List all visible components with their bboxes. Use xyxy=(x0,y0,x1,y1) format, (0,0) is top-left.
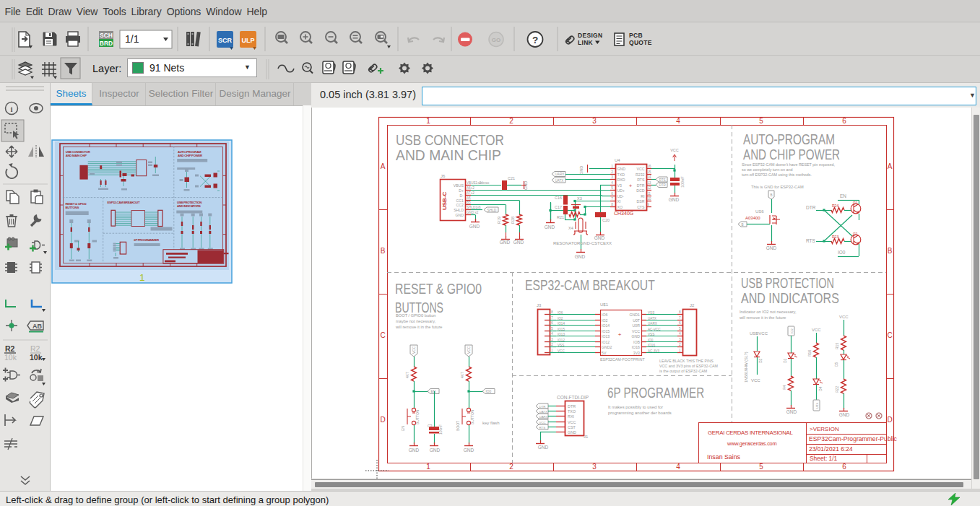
svg-text:B: B xyxy=(381,247,386,255)
svg-text:R2: R2 xyxy=(30,344,40,353)
svg-text:UTX: UTX xyxy=(815,402,819,409)
svg-text:J1: J1 xyxy=(584,435,589,439)
svg-text:U$1: U$1 xyxy=(600,302,609,307)
svg-text:IO0: IO0 xyxy=(486,390,492,393)
svg-text:Since ESP32-CAM doesn't have R: Since ESP32-CAM doesn't have RESET pin e… xyxy=(742,162,835,167)
svg-text:1: 1 xyxy=(611,165,613,168)
svg-text:AC-VCC: AC-VCC xyxy=(648,328,661,331)
svg-text:ESP32CAM-FOOTPRINT: ESP32CAM-FOOTPRINT xyxy=(600,357,645,362)
svg-text:6: 6 xyxy=(611,192,613,196)
svg-text:is the output of ESP32-CAM: is the output of ESP32-CAM xyxy=(659,369,707,373)
svg-text:VCC: VCC xyxy=(539,421,546,424)
svg-text:J2: J2 xyxy=(690,303,695,307)
svg-text:UARX: UARX xyxy=(648,322,657,326)
svg-text:10: 10 xyxy=(647,197,651,201)
svg-text:GERAI CERDAS INTERNASIONAL: GERAI CERDAS INTERNASIONAL xyxy=(708,429,794,436)
svg-text:ESP32Cam-Programmer-Public: ESP32Cam-Programmer-Public xyxy=(809,435,897,442)
svg-text:AND MAIN CHIP: AND MAIN CHIP xyxy=(396,147,501,162)
svg-text:GND: GND xyxy=(594,235,605,240)
svg-text:+: + xyxy=(618,331,622,338)
svg-text:GND: GND xyxy=(538,445,549,450)
svg-text:4: 4 xyxy=(676,117,680,125)
svg-text:J6: J6 xyxy=(441,174,446,178)
svg-text:RTS: RTS xyxy=(659,178,666,182)
svg-text:D: D xyxy=(887,416,892,424)
svg-text:will remove it in the future: will remove it in the future xyxy=(395,325,442,329)
svg-text:AND MAIN CHIP: AND MAIN CHIP xyxy=(66,154,87,157)
svg-text:USB PROTECTION: USB PROTECTION xyxy=(741,275,834,292)
svg-text:AND INDICATORS: AND INDICATORS xyxy=(177,204,201,208)
svg-text:DSR: DSR xyxy=(637,199,645,204)
svg-text:C16: C16 xyxy=(555,196,562,200)
svg-text:VCC: VCC xyxy=(839,315,849,319)
svg-text:3: 3 xyxy=(611,175,613,179)
svg-text:AC-3V3: AC-3V3 xyxy=(648,349,660,353)
svg-text:R2: R2 xyxy=(5,344,15,353)
svg-text:R232: R232 xyxy=(636,173,645,177)
svg-text:C21: C21 xyxy=(508,176,515,180)
svg-text:VCC: VCC xyxy=(637,167,645,171)
svg-text:>VERSION: >VERSION xyxy=(810,426,839,432)
svg-text:IO0: IO0 xyxy=(838,250,846,255)
svg-text:IO2: IO2 xyxy=(790,328,794,333)
svg-text:Q1: Q1 xyxy=(853,201,858,205)
svg-text:6: 6 xyxy=(551,321,553,325)
svg-text:3V3: 3V3 xyxy=(633,351,640,355)
svg-text:A03400: A03400 xyxy=(745,216,760,220)
svg-text:US6: US6 xyxy=(755,209,764,214)
svg-text:i: i xyxy=(10,105,12,113)
svg-text:LEAVE BLACK THIS THE PINS: LEAVE BLACK THIS THE PINS xyxy=(659,359,714,363)
svg-text:100nF: 100nF xyxy=(438,424,443,435)
svg-text:D2: D2 xyxy=(758,358,763,363)
svg-text:key flash: key flash xyxy=(482,421,500,425)
svg-text:4K7: 4K7 xyxy=(460,372,464,378)
svg-text:GND: GND xyxy=(464,448,474,453)
svg-text:R15: R15 xyxy=(835,343,839,349)
svg-text:AUTO-PROGRAM: AUTO-PROGRAM xyxy=(743,131,835,147)
svg-text:GND1: GND1 xyxy=(630,313,641,317)
svg-text:RXI: RXI xyxy=(568,414,574,419)
svg-text:SCH: SCH xyxy=(100,32,113,39)
svg-text:SCR: SCR xyxy=(218,37,233,44)
svg-text:6: 6 xyxy=(679,321,681,325)
svg-text:R16: R16 xyxy=(807,350,812,357)
svg-text:UARX: UARX xyxy=(539,415,548,419)
svg-text:GND: GND xyxy=(430,448,441,453)
svg-text:1: 1 xyxy=(426,463,430,471)
svg-text:VCC and 3V3 pins of ESP32-CAM: VCC and 3V3 pins of ESP32-CAM xyxy=(659,364,718,368)
svg-text:RXD: RXD xyxy=(617,178,625,182)
svg-text:1: 1 xyxy=(426,117,430,125)
svg-text:8: 8 xyxy=(679,310,681,314)
svg-text:2: 2 xyxy=(551,343,553,346)
svg-text:A6+2: A6+2 xyxy=(467,186,474,190)
svg-text:AND INDICATORS: AND INDICATORS xyxy=(741,291,839,307)
svg-text:IO16: IO16 xyxy=(648,344,655,347)
svg-text:R24: R24 xyxy=(832,204,838,208)
svg-text:QUOTE: QUOTE xyxy=(629,39,652,46)
svg-text:U4: U4 xyxy=(615,158,620,162)
svg-text:R4: R4 xyxy=(782,385,786,390)
svg-text:C17: C17 xyxy=(555,205,562,209)
svg-text:11: 11 xyxy=(647,192,651,196)
svg-text:USB-C: USB-C xyxy=(441,191,448,210)
svg-text:9: 9 xyxy=(647,203,649,206)
svg-text:RESET & GPIO0: RESET & GPIO0 xyxy=(395,281,482,297)
svg-text:6: 6 xyxy=(842,117,846,125)
svg-text:GND: GND xyxy=(631,334,640,339)
svg-text:GND: GND xyxy=(617,167,626,171)
svg-text:VCC: VCC xyxy=(558,349,565,353)
svg-text:5: 5 xyxy=(679,327,681,331)
svg-text:C: C xyxy=(380,331,385,339)
svg-text:5: 5 xyxy=(759,117,763,125)
svg-text:GND: GND xyxy=(500,240,511,245)
svg-text:CH340G: CH340G xyxy=(614,211,633,216)
svg-text:C20: C20 xyxy=(602,218,610,222)
svg-text:GND: GND xyxy=(669,197,680,202)
svg-text:programming another der boards: programming another der boards xyxy=(608,411,672,415)
svg-text:GND: GND xyxy=(839,412,850,417)
svg-text:3: 3 xyxy=(551,338,553,341)
svg-text:SHLD: SHLD xyxy=(454,208,464,212)
svg-text:IO2: IO2 xyxy=(558,317,563,320)
svg-text:IO15: IO15 xyxy=(602,329,610,333)
svg-text:X3: X3 xyxy=(577,196,582,201)
